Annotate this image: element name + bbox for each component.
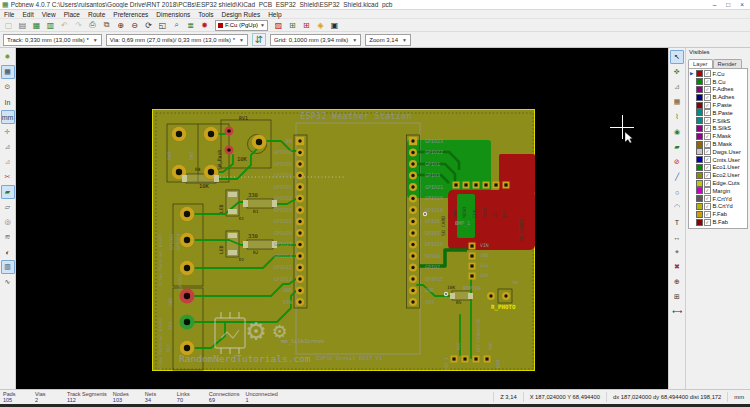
layer-visibility-checkbox[interactable]: ✓	[704, 102, 711, 109]
redraw[interactable]: ⟳	[142, 19, 155, 31]
layer-row[interactable]: ▶ ✓ B.Adhes	[690, 93, 747, 101]
highlight-net[interactable]: ✜	[670, 65, 684, 79]
menu-item[interactable]: Edit	[18, 11, 37, 18]
footprint-editor[interactable]: ▦	[30, 19, 43, 31]
fast-track-grid[interactable]: ⊞	[300, 19, 313, 31]
zoom-fit[interactable]: ◱	[156, 19, 169, 31]
layer-color-swatch[interactable]	[696, 172, 703, 179]
layer-color-swatch[interactable]	[696, 187, 703, 194]
drc-toggle[interactable]: ✹	[1, 50, 15, 64]
layer-color-swatch[interactable]	[696, 180, 703, 187]
menu-item[interactable]: Help	[264, 11, 285, 18]
close-button[interactable]: ×	[740, 1, 744, 8]
layer-row[interactable]: ▶ ✓ F.Mask	[690, 132, 747, 140]
pads-sketch[interactable]: ◎	[1, 215, 15, 229]
measure[interactable]: ⟷	[670, 305, 684, 319]
select-tool[interactable]: ↖	[670, 50, 684, 64]
layer-color-swatch[interactable]	[696, 211, 703, 218]
netlist[interactable]: ≣	[184, 19, 197, 31]
grid-toggle[interactable]: ▦	[1, 65, 15, 79]
menu-item[interactable]: Tools	[194, 11, 217, 18]
microwave-tools[interactable]: ∿	[1, 275, 15, 289]
layer-row[interactable]: ▶ ✓ Margin	[690, 187, 747, 195]
menu-item[interactable]: View	[38, 11, 60, 18]
layer-row[interactable]: ▶ ✓ Dwgs.User	[690, 148, 747, 156]
drc[interactable]: ✹	[198, 19, 211, 31]
ratsnest-footprint[interactable]: ⊿	[1, 155, 15, 169]
add-zone[interactable]: ▰	[670, 140, 684, 154]
layer-row[interactable]: ▶ ✓ B.CrtYd	[690, 203, 747, 211]
page-settings[interactable]: ▤	[16, 19, 29, 31]
add-target[interactable]: ⌖	[670, 245, 684, 259]
layer-color-swatch[interactable]	[696, 102, 703, 109]
print[interactable]: ⎙	[86, 19, 99, 31]
ratsnest-general[interactable]: ⊿	[1, 140, 15, 154]
layer-color-swatch[interactable]	[696, 70, 703, 77]
layer-visibility-checkbox[interactable]: ✓	[704, 172, 711, 179]
layer-row[interactable]: ▶ ✓ F.SilkS	[690, 117, 747, 125]
scripting-console[interactable]: ▣	[328, 19, 341, 31]
layer-visibility-checkbox[interactable]: ✓	[704, 109, 711, 116]
layer-visibility-checkbox[interactable]: ✓	[704, 219, 711, 226]
menu-item[interactable]: Route	[84, 11, 109, 18]
add-dimension[interactable]: ↔	[670, 230, 684, 244]
redo[interactable]: ↷	[72, 19, 85, 31]
mode-track[interactable]: ▨	[272, 19, 285, 31]
layer-color-swatch[interactable]	[696, 156, 703, 163]
layer-visibility-checkbox[interactable]: ✓	[704, 164, 711, 171]
menu-item[interactable]: Dimensions	[152, 11, 194, 18]
menu-item[interactable]: Design Rules	[218, 11, 265, 18]
polar-coords[interactable]: ⊙	[1, 80, 15, 94]
tracks-sketch[interactable]: ≋	[1, 230, 15, 244]
layer-color-swatch[interactable]	[696, 141, 703, 148]
layer-row[interactable]: ▶ ✓ Eco1.User	[690, 164, 747, 172]
layer-visibility-checkbox[interactable]: ✓	[704, 133, 711, 140]
layer-row[interactable]: ▶ ✓ Eco2.User	[690, 171, 747, 179]
auto-track-width-icon[interactable]: ⇵	[252, 33, 266, 46]
layer-visibility-checkbox[interactable]: ✓	[704, 117, 711, 124]
layer-row[interactable]: ▶ ✓ Edge.Cuts	[690, 179, 747, 187]
zones-show[interactable]: ▰	[1, 185, 15, 199]
layer-row[interactable]: ▶ ✓ F.CrtYd	[690, 195, 747, 203]
zoom-out[interactable]: ⊖	[128, 19, 141, 31]
footprint-viewer[interactable]: ▥	[44, 19, 57, 31]
plot[interactable]: ⧉	[100, 19, 113, 31]
place-offset[interactable]: ⊕	[670, 275, 684, 289]
grid-origin[interactable]: ⊞	[670, 290, 684, 304]
zoom-in[interactable]: ⊕	[114, 19, 127, 31]
add-keepout[interactable]: ⊘	[670, 155, 684, 169]
layer-visibility-checkbox[interactable]: ✓	[704, 156, 711, 163]
layer-color-swatch[interactable]	[696, 219, 703, 226]
pcb-canvas[interactable]: ESP32 Weather Station SW1 SW2 SW_Push RV…	[16, 48, 668, 389]
layer-visibility-checkbox[interactable]: ✓	[704, 141, 711, 148]
add-footprint[interactable]: ▦	[670, 95, 684, 109]
layer-visibility-checkbox[interactable]: ✓	[704, 211, 711, 218]
zoom-select[interactable]: Zoom 3,14▼	[365, 34, 411, 46]
layer-row[interactable]: ▶ ✓ B.Cu	[690, 78, 747, 86]
cursor-shape[interactable]: ✛	[1, 125, 15, 139]
layer-row[interactable]: ▶ ✓ F.Adhes	[690, 86, 747, 94]
new-board[interactable]: ▢	[2, 19, 15, 31]
layer-row[interactable]: ▶ ✓ F.Paste	[690, 101, 747, 109]
add-circle[interactable]: ○	[670, 185, 684, 199]
layer-color-swatch[interactable]	[696, 78, 703, 85]
units-mm[interactable]: mm	[1, 110, 15, 124]
layer-visibility-checkbox[interactable]: ✓	[704, 148, 711, 155]
layer-visibility-checkbox[interactable]: ✓	[704, 78, 711, 85]
layer-visibility-checkbox[interactable]: ✓	[704, 180, 711, 187]
add-arc[interactable]: ◠	[670, 200, 684, 214]
layer-visibility-checkbox[interactable]: ✓	[704, 195, 711, 202]
minimize-button[interactable]: –	[713, 1, 717, 8]
undo[interactable]: ↶	[58, 19, 71, 31]
add-text[interactable]: T	[670, 215, 684, 229]
find[interactable]: ⌕	[170, 19, 183, 31]
track-width-select[interactable]: Track: 0,330 mm (13,00 mils) *▼	[3, 34, 102, 46]
layer-color-swatch[interactable]	[696, 125, 703, 132]
grid-select[interactable]: Grid: 0,1000 mm (3,94 mils)▼	[270, 34, 361, 46]
layer-row[interactable]: ▶ ✓ Cmts.User	[690, 156, 747, 164]
via-size-select[interactable]: Via: 0,69 mm (27,0 mils)/ 0,33 mm (13,0 …	[106, 34, 248, 46]
menu-item[interactable]: File	[0, 11, 18, 18]
maximize-button[interactable]: □	[726, 1, 730, 8]
layer-row[interactable]: ▶ ✓ F.Cu	[690, 70, 747, 78]
menu-item[interactable]: Place	[60, 11, 84, 18]
